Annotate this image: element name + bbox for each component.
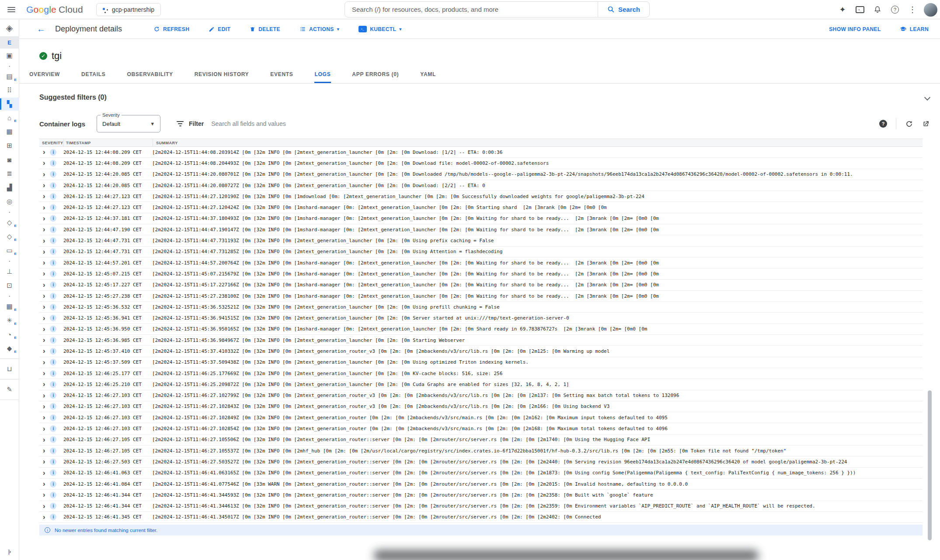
log-row[interactable]: › i 2024-12-15 12:46:25.177 CET [2m2024-… xyxy=(39,368,923,379)
log-row[interactable]: › i 2024-12-15 12:46:27.103 CET [2m2024-… xyxy=(39,412,923,423)
log-info-icon[interactable]: i xyxy=(50,459,56,465)
log-row[interactable]: › i 2024-12-15 12:46:41.345 CET [2m2024-… xyxy=(39,512,923,523)
log-row[interactable]: › i 2024-12-15 12:44:20.085 CET [2m2024-… xyxy=(39,180,923,191)
panel-e-icon[interactable]: ▤E xyxy=(0,70,19,83)
crop-icon[interactable]: ⊡ xyxy=(0,278,19,292)
expand-chevron-icon[interactable]: › xyxy=(43,226,45,233)
log-row[interactable]: › i 2024-12-15 12:44:47.731 CET [2m2024-… xyxy=(39,247,923,257)
log-info-icon[interactable]: i xyxy=(50,204,56,211)
collapse-panel-icon[interactable]: |› xyxy=(0,543,19,560)
log-row[interactable]: › i 2024-12-15 12:45:07.215 CET [2m2024-… xyxy=(39,268,923,279)
shield-e-icon[interactable]: ◆E xyxy=(0,341,19,355)
severity-dropdown[interactable]: Severity Default ▼ xyxy=(97,115,160,132)
expand-chevron-icon[interactable]: › xyxy=(43,436,45,443)
log-row[interactable]: › i 2024-12-15 12:46:25.210 CET [2m2024-… xyxy=(39,379,923,390)
expand-chevron-icon[interactable]: › xyxy=(43,193,45,200)
cube-e-icon-2[interactable]: ◇E xyxy=(0,230,19,243)
expand-chevron-icon[interactable]: › xyxy=(43,182,45,189)
expand-chevron-icon[interactable]: › xyxy=(43,248,45,255)
log-info-icon[interactable]: i xyxy=(50,293,56,299)
gemini-sparkle-icon[interactable]: ✦ xyxy=(834,1,851,18)
chart-icon[interactable]: ▟ xyxy=(0,181,19,195)
log-info-icon[interactable]: i xyxy=(50,171,56,177)
dots-grid-icon[interactable]: ⠿ xyxy=(0,83,19,97)
log-info-icon[interactable]: i xyxy=(50,149,56,156)
log-row[interactable]: › i 2024-12-15 12:46:41.063 CET [2m2024-… xyxy=(39,468,923,479)
log-info-icon[interactable]: i xyxy=(50,182,56,189)
log-row[interactable]: › i 2024-12-15 12:45:37.509 CET [2m2024-… xyxy=(39,357,923,368)
expand-chevron-icon[interactable]: › xyxy=(43,237,45,244)
expand-chevron-icon[interactable]: › xyxy=(43,458,45,465)
log-info-icon[interactable]: i xyxy=(50,271,56,277)
log-row[interactable]: › i 2024-12-15 12:44:47.731 CET [2m2024-… xyxy=(39,235,923,246)
log-row[interactable]: › i 2024-12-15 12:44:27.123 CET [2m2024-… xyxy=(39,202,923,213)
expand-chevron-icon[interactable]: › xyxy=(43,171,45,178)
log-row[interactable]: › i 2024-12-15 12:44:20.085 CET [2m2024-… xyxy=(39,169,923,180)
marketplace-cart-icon[interactable]: ⊔ xyxy=(0,362,19,376)
expand-chevron-icon[interactable]: › xyxy=(43,503,45,510)
expand-chevron-icon[interactable]: › xyxy=(43,414,45,421)
log-row[interactable]: › i 2024-12-15 12:46:27.103 CET [2m2024-… xyxy=(39,390,923,401)
log-info-icon[interactable]: i xyxy=(50,381,56,388)
log-info-icon[interactable]: i xyxy=(50,160,56,167)
log-row[interactable]: › i 2024-12-15 12:46:27.503 CET [2m2024-… xyxy=(39,456,923,467)
tree-icon[interactable]: ⊥ xyxy=(0,264,19,278)
project-selector[interactable]: gcp-partnership xyxy=(96,3,161,16)
edit-button[interactable]: EDIT xyxy=(209,26,230,32)
tab-overview[interactable]: OVERVIEW xyxy=(29,67,60,83)
expand-chevron-icon[interactable]: › xyxy=(43,392,45,399)
delete-button[interactable]: DELETE xyxy=(250,26,280,32)
log-row[interactable]: › i 2024-12-15 12:45:36.985 CET [2m2024-… xyxy=(39,335,923,346)
expand-chevron-icon[interactable]: › xyxy=(43,160,45,167)
log-info-icon[interactable]: i xyxy=(50,215,56,222)
log-info-icon[interactable]: i xyxy=(50,359,56,365)
tab-app-errors-0[interactable]: APP ERRORS (0) xyxy=(352,67,399,83)
expand-chevron-icon[interactable]: › xyxy=(43,480,45,487)
log-info-icon[interactable]: i xyxy=(50,337,56,344)
log-info-icon[interactable]: i xyxy=(50,237,56,244)
log-info-icon[interactable]: i xyxy=(50,348,56,355)
log-row[interactable]: › i 2024-12-15 12:46:41.084 CET [2m2024-… xyxy=(39,479,923,490)
tab-revision-history[interactable]: REVISION HISTORY xyxy=(194,67,250,83)
expand-chevron-icon[interactable]: › xyxy=(43,370,45,377)
back-arrow-icon[interactable]: ← xyxy=(37,24,45,34)
expand-chevron-icon[interactable]: › xyxy=(43,514,45,521)
help-icon[interactable]: ? xyxy=(886,1,904,18)
tab-yaml[interactable]: YAML xyxy=(420,67,436,83)
search-button[interactable]: Search xyxy=(598,2,649,17)
expand-chevron-icon[interactable]: › xyxy=(43,326,45,333)
log-info-icon[interactable]: i xyxy=(50,193,56,200)
log-row[interactable]: › i 2024-12-15 12:46:27.105 CET [2m2024-… xyxy=(39,435,923,445)
card-e-icon[interactable]: ▭E xyxy=(0,243,19,257)
deployments-icon[interactable]: ▚ xyxy=(0,97,19,111)
tab-details[interactable]: DETAILS xyxy=(81,67,106,83)
windows-icon[interactable]: ▣ xyxy=(0,49,19,63)
log-row[interactable]: › i 2024-12-15 12:44:57.201 CET [2m2024-… xyxy=(39,257,923,268)
expand-chevron-icon[interactable]: › xyxy=(43,381,45,388)
logs-refresh-icon[interactable] xyxy=(905,120,913,128)
log-row[interactable]: › i 2024-12-15 12:46:27.103 CET [2m2024-… xyxy=(39,423,923,434)
log-row[interactable]: › i 2024-12-15 12:44:08.209 CET [2m2024-… xyxy=(39,158,923,169)
grid-4-icon[interactable]: ⊞ xyxy=(0,139,19,153)
log-info-icon[interactable]: i xyxy=(50,448,56,454)
target-icon[interactable]: ◎ xyxy=(0,195,19,209)
grid-9-icon[interactable]: ▦ xyxy=(0,125,19,139)
expand-chevron-icon[interactable]: › xyxy=(43,425,45,432)
log-info-icon[interactable]: i xyxy=(50,392,56,399)
log-info-icon[interactable]: i xyxy=(50,425,56,432)
expand-chevron-icon[interactable]: › xyxy=(43,215,45,222)
cloud-shell-icon[interactable]: ›_ xyxy=(851,1,869,18)
query-help-icon[interactable]: ? xyxy=(879,120,887,128)
open-in-new-icon[interactable] xyxy=(922,120,930,128)
log-row[interactable]: › i 2024-12-15 12:46:41.344 CET [2m2024-… xyxy=(39,490,923,501)
log-row[interactable]: › i 2024-12-15 12:45:17.227 CET [2m2024-… xyxy=(39,280,923,291)
expand-chevron-icon[interactable]: › xyxy=(43,259,45,266)
log-row[interactable]: › i 2024-12-15 12:44:08.209 CET [2m2024-… xyxy=(39,147,923,158)
chevron-down-icon[interactable] xyxy=(924,94,930,101)
log-info-icon[interactable]: i xyxy=(50,503,56,509)
pinned-shortcut-e[interactable]: E xyxy=(0,36,19,49)
expand-chevron-icon[interactable]: › xyxy=(43,359,45,366)
platform-logo-icon[interactable]: ◈ xyxy=(0,20,19,36)
speaker-e-icon[interactable]: ◔E xyxy=(0,327,19,341)
show-info-panel-button[interactable]: SHOW INFO PANEL xyxy=(829,26,881,32)
